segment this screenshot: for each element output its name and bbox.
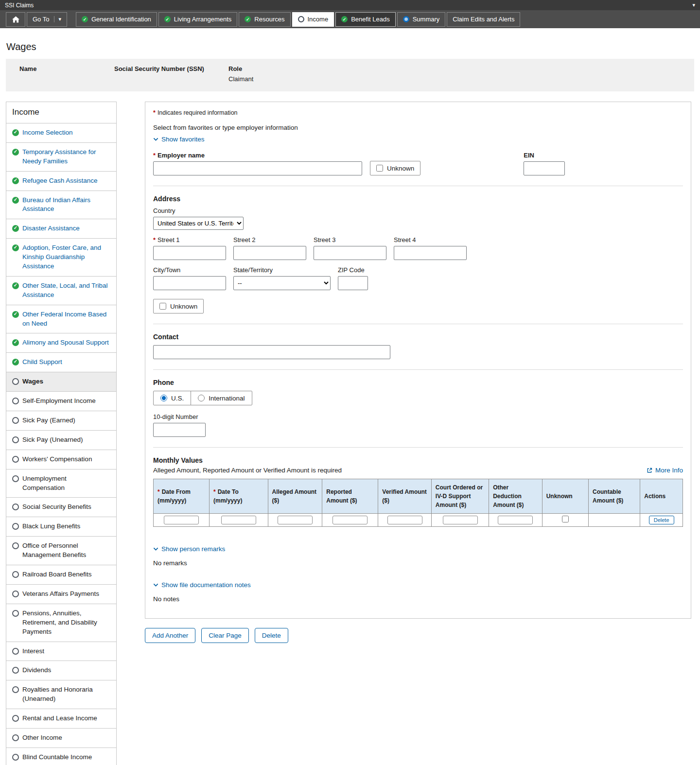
sidebar-item[interactable]: Child Support [6, 352, 116, 372]
row-delete-button[interactable]: Delete [649, 516, 674, 524]
contact-input[interactable] [153, 345, 390, 359]
street1-input[interactable] [153, 246, 226, 260]
sidebar-item[interactable]: Pensions, Annuities, Retirement, and Dis… [6, 604, 116, 642]
status-icon [12, 667, 19, 674]
sidebar-item[interactable]: Office of Personnel Management Benefits [6, 536, 116, 565]
phone-us-radio[interactable] [160, 395, 167, 401]
sidebar-item[interactable]: Income Selection [6, 123, 116, 142]
street4-input[interactable] [394, 246, 467, 260]
nav-tab[interactable]: Resources [239, 12, 290, 27]
street3-input[interactable] [314, 246, 386, 260]
tab-label: Summary [413, 16, 440, 23]
sidebar-item[interactable]: Refugee Cash Assistance [6, 171, 116, 191]
street2-label: Street 2 [233, 236, 306, 243]
nav-tab[interactable]: Living Arrangements [158, 12, 238, 27]
show-file-documentation-notes-link[interactable]: Show file documentation notes [153, 581, 251, 589]
sidebar-item[interactable]: Dividends [6, 661, 116, 680]
sidebar-item[interactable]: Wages [6, 372, 116, 391]
row-unknown-checkbox[interactable] [562, 516, 569, 522]
ein-input[interactable] [524, 161, 565, 175]
sidebar-item[interactable]: Other Income [6, 728, 116, 748]
show-favorites-link[interactable]: Show favorites [153, 136, 205, 143]
nav-tab[interactable]: Income [292, 12, 334, 27]
show-person-remarks-link[interactable]: Show person remarks [153, 545, 225, 553]
address-unknown-toggle[interactable]: Unknown [153, 299, 204, 313]
zip-input[interactable] [338, 276, 368, 290]
city-input[interactable] [153, 276, 226, 290]
chevron-down-icon [153, 582, 158, 588]
date-to-input[interactable] [221, 516, 256, 524]
section-divider [153, 369, 683, 370]
nav-tab[interactable]: Claim Edits and Alerts [447, 12, 520, 27]
nav-tab[interactable]: Summary [397, 12, 446, 27]
employer-unknown-checkbox[interactable] [376, 165, 383, 172]
sidebar-item-label: Railroad Board Benefits [22, 570, 92, 579]
status-icon [12, 378, 19, 385]
status-icon [12, 282, 19, 289]
other-deduction-amount-input[interactable] [498, 516, 533, 524]
status-icon [12, 571, 19, 578]
required-marker: * [213, 488, 216, 495]
sidebar-item[interactable]: Veterans Affairs Payments [6, 584, 116, 604]
sidebar-item[interactable]: Black Lung Benefits [6, 517, 116, 536]
sidebar-item[interactable]: Self-Employment Income [6, 391, 116, 411]
state-label: State/Territory [233, 266, 331, 274]
nav-tab[interactable]: General Identification [76, 12, 157, 27]
monthly-values-row: Delete [154, 514, 683, 527]
tab-label: Living Arrangements [174, 16, 232, 23]
sidebar-item[interactable]: Unemployment Compensation [6, 469, 116, 498]
sidebar-item[interactable]: Social Security Benefits [6, 497, 116, 517]
app-menu-caret-icon[interactable]: ▾ [692, 2, 695, 8]
address-unknown-checkbox[interactable] [159, 303, 166, 310]
add-another-button[interactable]: Add Another [145, 628, 195, 643]
more-info-link[interactable]: More Info [647, 467, 683, 474]
sidebar-item[interactable]: Alimony and Spousal Support [6, 333, 116, 352]
status-icon [12, 149, 19, 156]
delete-button[interactable]: Delete [255, 628, 288, 643]
phone-number-input[interactable] [153, 423, 206, 437]
status-icon [12, 436, 19, 443]
sidebar-item[interactable]: Railroad Board Benefits [6, 565, 116, 584]
sidebar-item[interactable]: Interest [6, 642, 116, 661]
phone-international-radio[interactable] [198, 395, 205, 401]
home-button[interactable] [6, 12, 25, 27]
status-icon [12, 475, 19, 482]
sidebar-item[interactable]: Adoption, Foster Care, and Kinship Guard… [6, 238, 116, 276]
sidebar-item[interactable]: Blind Countable Income [6, 748, 116, 765]
sidebar-item[interactable]: Workers' Compensation [6, 450, 116, 469]
reported-amount-input[interactable] [332, 516, 368, 524]
column-label: Countable Amount ($) [593, 488, 623, 504]
column-header: Other Deduction Amount ($) [489, 479, 542, 514]
sidebar-item[interactable]: Rental and Lease Income [6, 709, 116, 728]
required-marker: * [153, 109, 156, 116]
alleged-amount-input[interactable] [278, 516, 313, 524]
sidebar-item-label: Interest [22, 647, 44, 656]
status-icon [12, 311, 19, 318]
phone-us-option[interactable]: U.S. [154, 391, 191, 405]
sidebar-item[interactable]: Other Federal Income Based on Need [6, 305, 116, 333]
sidebar-item[interactable]: Sick Pay (Unearned) [6, 430, 116, 450]
status-icon [12, 648, 19, 655]
court-ordered-amount-input[interactable] [443, 516, 478, 524]
street3-label: Street 3 [314, 236, 386, 243]
sidebar-item[interactable]: Other State, Local, and Tribal Assistanc… [6, 276, 116, 305]
sidebar-item[interactable]: Sick Pay (Earned) [6, 411, 116, 430]
sidebar-item[interactable]: Royalties and Honoraria (Unearned) [6, 680, 116, 709]
street2-input[interactable] [233, 246, 306, 260]
sidebar-item-label: Unemployment Compensation [22, 474, 110, 493]
employer-unknown-toggle[interactable]: Unknown [370, 161, 420, 175]
verified-amount-input[interactable] [387, 516, 422, 524]
country-select[interactable]: United States or U.S. Territory [153, 217, 244, 230]
go-to-dropdown[interactable]: Go To ▾ [27, 12, 67, 27]
clear-page-button[interactable]: Clear Page [201, 628, 249, 643]
employer-name-input[interactable] [153, 161, 362, 175]
sidebar-item[interactable]: Temporary Assistance for Needy Families [6, 142, 116, 171]
phone-international-option[interactable]: International [191, 391, 251, 405]
date-from-input[interactable] [164, 516, 199, 524]
column-header: *Date From (mm/yyyy) [154, 479, 210, 514]
sidebar-item[interactable]: Bureau of Indian Affairs Assistance [6, 191, 116, 219]
sidebar-item[interactable]: Disaster Assistance [6, 219, 116, 238]
column-header: Actions [640, 479, 683, 514]
nav-tab[interactable]: Benefit Leads [335, 12, 396, 27]
state-select[interactable]: -- [233, 276, 331, 290]
